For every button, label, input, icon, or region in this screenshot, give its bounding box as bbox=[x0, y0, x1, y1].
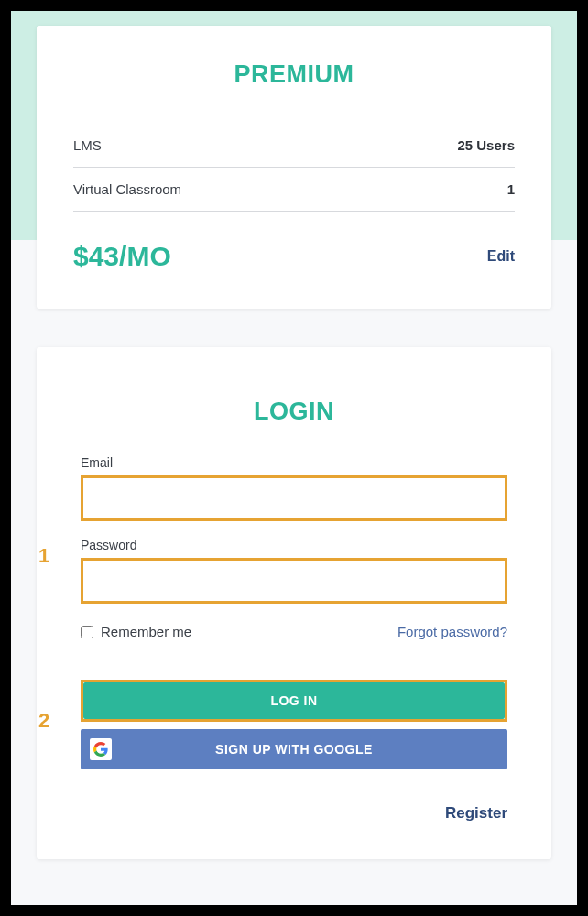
plan-row-lms: LMS 25 Users bbox=[73, 124, 515, 168]
remember-me-label: Remember me bbox=[101, 624, 191, 639]
plan-row-value: 1 bbox=[507, 181, 515, 197]
password-label: Password bbox=[81, 538, 507, 552]
google-icon bbox=[90, 738, 112, 760]
plan-card: PREMIUM LMS 25 Users Virtual Classroom 1… bbox=[37, 26, 551, 309]
remember-me-group[interactable]: Remember me bbox=[81, 624, 191, 639]
google-signup-label: SIGN UP WITH GOOGLE bbox=[215, 742, 373, 757]
email-input[interactable] bbox=[81, 475, 507, 521]
plan-row-value: 25 Users bbox=[457, 137, 515, 153]
plan-row-virtual-classroom: Virtual Classroom 1 bbox=[73, 168, 515, 212]
google-signup-button[interactable]: SIGN UP WITH GOOGLE bbox=[81, 729, 507, 769]
annotation-callout-1: 1 bbox=[38, 544, 49, 568]
login-card: LOGIN Email Password Remember me Forgot … bbox=[37, 347, 551, 859]
plan-row-label: Virtual Classroom bbox=[73, 181, 181, 197]
login-button[interactable]: LOG IN bbox=[83, 682, 505, 719]
plan-price: $43/MO bbox=[73, 241, 171, 272]
edit-link[interactable]: Edit bbox=[487, 248, 515, 265]
remember-me-checkbox[interactable] bbox=[81, 626, 93, 638]
forgot-password-link[interactable]: Forgot password? bbox=[397, 624, 507, 639]
password-input[interactable] bbox=[81, 558, 507, 604]
annotation-callout-2: 2 bbox=[38, 709, 49, 733]
plan-row-label: LMS bbox=[73, 137, 102, 153]
register-link[interactable]: Register bbox=[445, 804, 507, 822]
login-title: LOGIN bbox=[81, 398, 507, 426]
email-label: Email bbox=[81, 455, 507, 470]
plan-title: PREMIUM bbox=[73, 60, 515, 89]
